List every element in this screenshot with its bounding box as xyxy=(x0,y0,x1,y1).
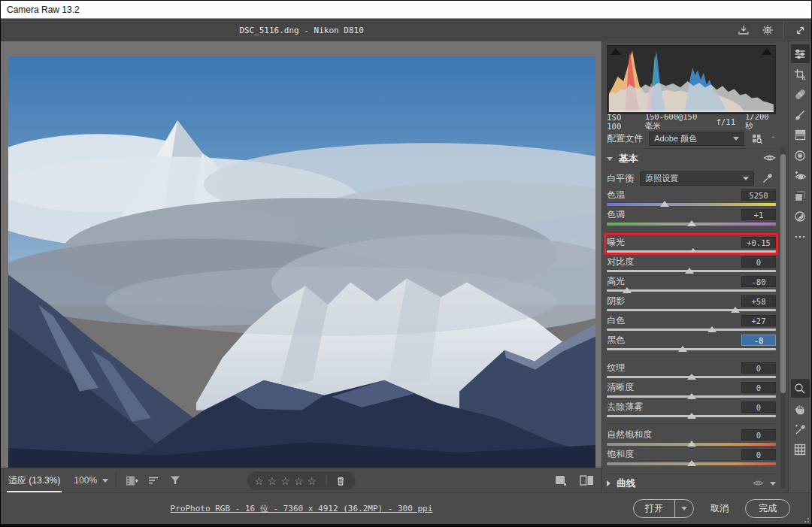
slider-label: 去除薄雾 xyxy=(607,401,741,413)
save-image-icon[interactable] xyxy=(735,22,752,38)
slider-value-field[interactable]: +1 xyxy=(741,209,776,220)
trash-icon[interactable] xyxy=(333,474,348,489)
grid-overlay-tool[interactable] xyxy=(791,440,810,459)
mountain-photo xyxy=(8,56,595,468)
settings-gear-icon[interactable] xyxy=(759,22,776,38)
star-icon[interactable]: ☆ xyxy=(307,475,317,487)
photo-preview[interactable] xyxy=(8,56,595,468)
presets-tool[interactable] xyxy=(791,186,810,205)
slider-value-field[interactable]: +27 xyxy=(741,315,776,326)
cancel-button[interactable]: 取消 xyxy=(710,502,729,515)
done-button[interactable]: 完成 xyxy=(745,499,790,518)
filter-icon[interactable] xyxy=(168,473,183,488)
slider-thumb[interactable] xyxy=(707,326,717,332)
group-divider xyxy=(607,227,776,235)
scrollbar-thumb[interactable] xyxy=(780,154,786,393)
fullscreen-icon[interactable] xyxy=(792,22,808,38)
iso-value: ISO 100 xyxy=(607,113,635,131)
white-balance-eyedropper-icon[interactable] xyxy=(760,171,774,185)
profile-select[interactable]: Adobe 颜色 xyxy=(649,132,744,146)
slider-value-field[interactable]: 0 xyxy=(741,362,776,374)
edit-sliders-tool[interactable] xyxy=(791,44,810,63)
eye-icon[interactable] xyxy=(753,477,764,490)
slider-track[interactable] xyxy=(607,460,776,467)
slider-value-field[interactable]: 0 xyxy=(741,429,776,441)
adjustment-brush-tool[interactable] xyxy=(791,105,810,124)
slider-thumb[interactable] xyxy=(689,248,698,254)
slider-track[interactable] xyxy=(607,307,776,313)
slider-thumb[interactable] xyxy=(660,201,669,207)
slider-track[interactable] xyxy=(607,346,776,353)
slider-track[interactable] xyxy=(607,248,776,255)
star-icon[interactable]: ☆ xyxy=(254,475,264,487)
slider-track[interactable] xyxy=(607,441,776,447)
workspace-bottom-bar: 适应 (13.3%) 100% xyxy=(1,468,601,492)
white-balance-select[interactable]: 原照设置 xyxy=(640,171,754,186)
slider-value-field[interactable]: 0 xyxy=(741,449,776,460)
preview-settings-icon[interactable] xyxy=(553,473,568,488)
slider-value-field[interactable]: -8 xyxy=(741,335,776,346)
sort-icon[interactable] xyxy=(146,473,161,488)
histogram[interactable] xyxy=(607,45,776,114)
filmstrip-icon[interactable] xyxy=(124,473,139,488)
slider-thumb[interactable] xyxy=(731,307,740,313)
window-bottom-edge xyxy=(1,524,811,526)
zoom-level-value: 100% xyxy=(74,475,97,486)
snapshots-tool[interactable] xyxy=(791,207,810,226)
star-icon[interactable]: ☆ xyxy=(280,475,290,487)
slider-thumb[interactable] xyxy=(687,441,696,447)
slider-value-field[interactable]: 0 xyxy=(741,256,776,268)
slider-track[interactable] xyxy=(607,287,776,294)
open-button[interactable]: 打开 xyxy=(633,499,694,518)
resize-grip[interactable] xyxy=(801,515,809,522)
panel-scrollbar[interactable] xyxy=(780,147,786,489)
slider-label: 饱和度 xyxy=(607,448,741,461)
slider-thumb[interactable] xyxy=(687,460,696,466)
red-eye-tool[interactable] xyxy=(791,166,810,185)
open-options-arrow[interactable] xyxy=(675,500,693,517)
slider-value-field[interactable]: 5250 xyxy=(741,189,776,201)
slider-thumb[interactable] xyxy=(678,346,687,352)
group-divider xyxy=(607,419,776,428)
slider-value-field[interactable]: +58 xyxy=(741,295,776,307)
healing-brush-tool[interactable] xyxy=(791,85,810,104)
slider-track[interactable] xyxy=(607,220,776,227)
slider-thumb[interactable] xyxy=(623,287,632,293)
slider-thumb[interactable] xyxy=(687,374,696,380)
radial-filter-tool[interactable] xyxy=(791,146,810,165)
workflow-options-link[interactable]: ProPhoto RGB - 16 位 - 7360 x 4912 (36.2M… xyxy=(171,503,433,514)
crop-tool[interactable] xyxy=(791,65,810,83)
slider-track[interactable] xyxy=(607,326,776,333)
slider-value-field[interactable]: 0 xyxy=(741,401,776,413)
curves-section-header[interactable]: 曲线 xyxy=(607,474,776,492)
browse-profiles-icon[interactable] xyxy=(750,132,764,146)
more-options-icon[interactable] xyxy=(791,227,810,246)
slider-value-field[interactable]: +0.15 xyxy=(741,237,776,248)
slider-track-line xyxy=(607,348,776,350)
color-sampler-tool[interactable] xyxy=(791,419,810,438)
star-icon[interactable]: ☆ xyxy=(294,475,304,487)
zoom-tool[interactable] xyxy=(791,379,810,398)
eye-icon[interactable] xyxy=(763,152,776,165)
slider-thumb[interactable] xyxy=(685,268,694,274)
hand-tool[interactable] xyxy=(791,399,810,418)
zoom-level-select[interactable]: 100% xyxy=(74,475,108,486)
shadow-clipping-icon[interactable] xyxy=(611,48,621,55)
slider-track[interactable] xyxy=(607,413,776,419)
slider-thumb[interactable] xyxy=(687,413,696,419)
highlight-clipping-icon[interactable] xyxy=(762,48,772,55)
slider-track[interactable] xyxy=(607,374,776,380)
slider-thumb[interactable] xyxy=(687,393,696,399)
slider-value-field[interactable]: -80 xyxy=(741,276,776,287)
slider-value-field[interactable]: 0 xyxy=(741,382,776,393)
collapse-panel-icon[interactable]: ⌃ xyxy=(770,135,776,143)
slider-track[interactable] xyxy=(607,201,776,207)
graduated-filter-tool[interactable] xyxy=(791,126,810,144)
star-icon[interactable]: ☆ xyxy=(268,475,277,487)
before-after-icon[interactable] xyxy=(579,473,594,488)
slider-thumb[interactable] xyxy=(687,220,696,226)
slider-track[interactable] xyxy=(607,393,776,400)
basic-section-header[interactable]: 基本 xyxy=(607,149,776,168)
slider-track[interactable] xyxy=(607,268,776,274)
fit-zoom-tab[interactable]: 适应 (13.3%) xyxy=(7,469,62,492)
